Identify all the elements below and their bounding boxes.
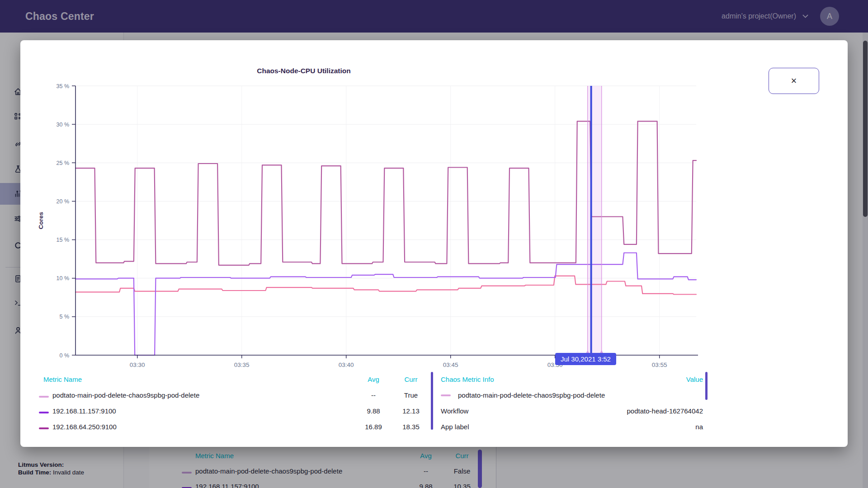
chart-modal: Chaos-Node-CPU Utilization × 0 %5 %10 %1…: [20, 40, 848, 447]
x-tick-label: 03:35: [234, 361, 250, 368]
legend-header-metric-name: Metric Name: [39, 375, 355, 383]
chaos-info-row: App labelna: [441, 419, 703, 435]
chaos-info-value-header: Value: [686, 375, 703, 383]
legend-header-row: Metric Name Avg Curr: [39, 371, 430, 387]
legend-row[interactable]: 192.168.64.250:910016.8918.35: [39, 419, 430, 435]
chaos-info-header: Chaos Metric Info: [441, 375, 686, 383]
x-tick-label: 03:40: [339, 361, 354, 368]
y-tick-label: 35 %: [57, 83, 70, 89]
chaos-info-row: Workflowpodtato-head-162764042: [441, 403, 703, 419]
chaos-info-scrollbar[interactable]: [705, 372, 708, 400]
y-axis-title: Cores: [38, 212, 44, 229]
chaos-metric-info-table: Chaos Metric Info Value podtato-main-pod…: [441, 371, 703, 435]
y-tick-label: 5 %: [59, 314, 69, 320]
legend-metrics-table: Metric Name Avg Curr podtato-main-pod-de…: [39, 371, 430, 435]
x-tick-label: 03:55: [652, 361, 667, 368]
y-tick-label: 10 %: [57, 275, 70, 282]
chaos-info-header-row: Chaos Metric Info Value: [441, 371, 703, 387]
y-tick-label: 30 %: [57, 122, 70, 128]
chaos-info-row: podtato-main-pod-delete-chaos9spbg-pod-d…: [441, 387, 703, 403]
chart-canvas[interactable]: 0 %5 %10 %15 %20 %25 %30 %35 %03:3003:35…: [20, 40, 848, 375]
legend-row[interactable]: podtato-main-pod-delete-chaos9spbg-pod-d…: [39, 387, 430, 403]
y-tick-label: 0 %: [59, 352, 69, 359]
y-tick-label: 25 %: [57, 160, 70, 166]
legend-header-avg: Avg: [355, 375, 392, 383]
cpu-utilization-chart[interactable]: 0 %5 %10 %15 %20 %25 %30 %35 %03:3003:35…: [20, 40, 848, 375]
legend-row[interactable]: 192.168.11.157:91009.8812.13: [39, 403, 430, 419]
x-tick-label: 03:30: [130, 361, 145, 368]
series-line: [75, 253, 696, 356]
y-tick-label: 15 %: [57, 237, 70, 243]
legend-header-curr: Curr: [392, 375, 430, 383]
series-line: [75, 121, 696, 265]
x-tick-label: 03:45: [443, 361, 458, 368]
y-tick-label: 20 %: [57, 198, 70, 205]
legend-divider-bar[interactable]: [431, 372, 433, 430]
chart-tooltip: Jul 30,2021 3:52: [555, 353, 616, 365]
